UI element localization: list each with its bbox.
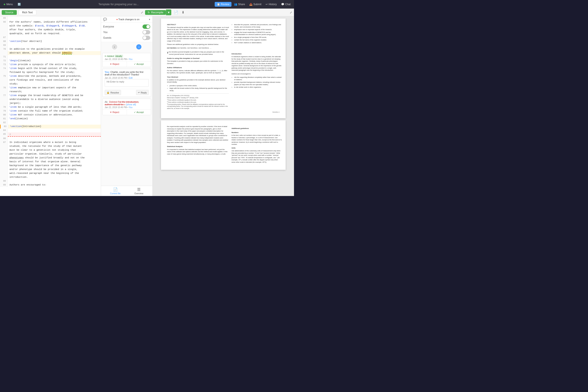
review-icon: 📋 (217, 3, 220, 6)
expand-preview-button[interactable]: ⤢ (290, 11, 292, 14)
back-icon: 🔙 (18, 3, 21, 6)
recompile-dropdown[interactable]: ▾ (166, 10, 171, 15)
change-card-1-action: ✏ Added ideally (105, 55, 149, 58)
line-89: 89 Authors are encouraged to: (0, 183, 101, 187)
recompile-button[interactable]: ↻ Recompile (145, 10, 166, 15)
guests-label: Guests (103, 36, 111, 39)
file-icon-button[interactable]: 📄 (173, 10, 179, 15)
review-button[interactable]: 📋 Review (215, 2, 232, 7)
doi-info: doi: 10.1534/genetics.XXX.XXXXXX Manuscr… (167, 94, 229, 109)
line-79: 79 \item contain the full name of the or… (0, 109, 101, 113)
next-change-button[interactable]: › (136, 44, 142, 50)
comment-author: You: (105, 71, 110, 73)
reject-button-2[interactable]: ✕ Reject (102, 110, 127, 115)
line-70: 70 In addition to the guidelines provide… (0, 47, 101, 51)
stat-title: Statistical Analysis (167, 145, 229, 148)
comment-1-actions: 🔒 Resolve ↩ Reply (105, 89, 149, 95)
line-83: 83 \section{Introduction} (0, 125, 101, 128)
accept-button-1[interactable]: ✓ Accept (127, 62, 151, 67)
change-deleted-text2: authors should be... [show all] (105, 103, 149, 106)
current-file-tab[interactable]: 📄 Current file (110, 187, 120, 195)
your-abstract-title: Your Abstract (167, 76, 229, 78)
preview-page-2: the experimental analysis could be repea… (161, 120, 286, 170)
you-toggle[interactable] (142, 30, 150, 34)
overview-tab[interactable]: ☰ Overview (134, 187, 143, 195)
everyone-toggle[interactable] (142, 24, 150, 29)
preview-left-col: ABSTRACT The abstract should be written … (167, 24, 229, 49)
current-file-label: Current file (110, 192, 120, 195)
richtext-tab[interactable]: Rich Text (18, 10, 36, 15)
toggle-knob-guests (143, 36, 146, 40)
reject-button-1[interactable]: ✕ Reject (102, 62, 127, 67)
overleaf-icon: ● (4, 2, 6, 6)
top-bar: ● Menu 🔙 Template for preparing your su.… (0, 0, 294, 8)
share-button[interactable]: 👥 Share (232, 2, 247, 7)
line-87: 87 In individual organisms where a mutan… (0, 140, 101, 144)
comment-reply-input[interactable] (105, 79, 149, 87)
preview-page-1: ABSTRACT The abstract should be written … (161, 18, 286, 118)
preview-genetics-intro: This Genetics journal template is provid… (167, 51, 229, 56)
comment-edit-link[interactable]: Edit (129, 77, 132, 79)
line-87i: well-reasoned paragraph near the beginni… (0, 172, 101, 175)
comment-icon: 💬 (103, 18, 107, 21)
comment-date: Jan 22, 2019 10:45 PM (105, 77, 127, 79)
comment-text-main: Charlie, could you write the first draft… (105, 71, 143, 76)
reply-button[interactable]: ↩ Reply (136, 90, 149, 95)
keywords-text: Keyword; Keyword2; Keyword3; ... (177, 47, 212, 49)
keywords-label: KEYWORDS Keyword; Keyword2; Keyword3; ..… (167, 47, 229, 50)
you-label: You (103, 31, 108, 34)
change-date-1: Jan 22, 2019 10:45 PM (105, 58, 127, 60)
change-card-1: ✏ Added ideally Jan 22, 2019 10:45 PM • … (102, 53, 151, 67)
history-button[interactable]: ↩ History (264, 2, 278, 7)
toggle-group: Everyone You Guests (101, 22, 152, 42)
change-card-2: Ab Deleted For the introduction, authors… (102, 99, 151, 115)
line-74: 74 \item begin with the broad context of… (0, 66, 101, 70)
second-bar: Source Rich Text ⤢ ↻ Recompile ▾ 📄 ⬇ ⤢ (0, 8, 294, 16)
recompile-icon: ↻ (148, 11, 150, 14)
expand-editor-button[interactable]: ⤢ (141, 11, 143, 14)
download-icon-button[interactable]: ⬇ (181, 10, 185, 15)
show-all-link[interactable]: [show all] (126, 103, 136, 106)
line-76b: research; (0, 90, 101, 94)
guests-toggle[interactable] (142, 36, 150, 40)
line-66c: After four authors, the symbols double, … (0, 28, 101, 32)
menu-button[interactable]: ● Menu (2, 2, 14, 7)
nav-arrows: ‹ › (101, 42, 152, 52)
accept-button-2[interactable]: ✓ Accept (127, 110, 151, 115)
chat-button[interactable]: 💬 Chat (280, 2, 292, 7)
review-label: Review (221, 3, 229, 6)
line-66d: quadruple, and so forth as required. (0, 32, 101, 36)
units-text: Use abbreviations of the customary units… (232, 150, 282, 163)
main-layout: 65 66 For the authors' names, indicate d… (0, 16, 294, 196)
toggle-knob-everyone (146, 25, 150, 28)
line-87g: background on the importance of the gene… (0, 164, 101, 168)
comment-bubble-1: You: Charlie, could you write the first … (102, 69, 151, 97)
track-dot: ● Track changes is on (116, 18, 140, 21)
chat-icon: 💬 (281, 3, 284, 6)
change-card-2-actions: ✕ Reject ✓ Accept (102, 110, 151, 115)
change-meta-2: Jan 22, 2019 10:46 PM • You (105, 106, 149, 108)
editor-content[interactable]: 65 66 For the authors' names, indicate d… (0, 16, 101, 196)
change-meta-1: Jan 22, 2019 10:45 PM • You (105, 58, 149, 60)
preview-panel[interactable]: ABSTRACT The abstract should be written … (152, 16, 294, 196)
line-68: 68 \section{Your Abstract} (0, 40, 101, 44)
share-icon: 👥 (234, 3, 237, 6)
line-70b: abstract above, your abstract should ide… (0, 51, 101, 55)
source-tab[interactable]: Source (2, 10, 17, 15)
line-71: 71 (0, 55, 101, 59)
list-item-4: be a single paragraph of less than 250 w… (234, 36, 282, 39)
preview-main-left: This Genetics journal template is provid… (167, 51, 229, 109)
abstract-label: ABSTRACT (167, 24, 229, 26)
line-75b: core findings and results, and conclusio… (0, 78, 101, 82)
prev-change-button[interactable]: ‹ (112, 44, 117, 50)
submit-button[interactable]: 📤 Submit (248, 2, 263, 7)
back-button[interactable]: 🔙 (16, 2, 22, 7)
track-chevron[interactable]: ▾ (149, 18, 150, 21)
line-67: 67 (0, 36, 101, 40)
numbers-text: In the text, write out numbers nine or l… (232, 134, 282, 146)
resolve-button[interactable]: 🔒 Resolve (105, 90, 121, 95)
deleted-text-1: For the introduction, (118, 100, 139, 103)
menu-label: Menu (6, 3, 13, 6)
list-item-5: contain the full name of the organism st… (234, 39, 282, 41)
abs-bullet-2: begin with the broad context of the stud… (170, 87, 229, 92)
